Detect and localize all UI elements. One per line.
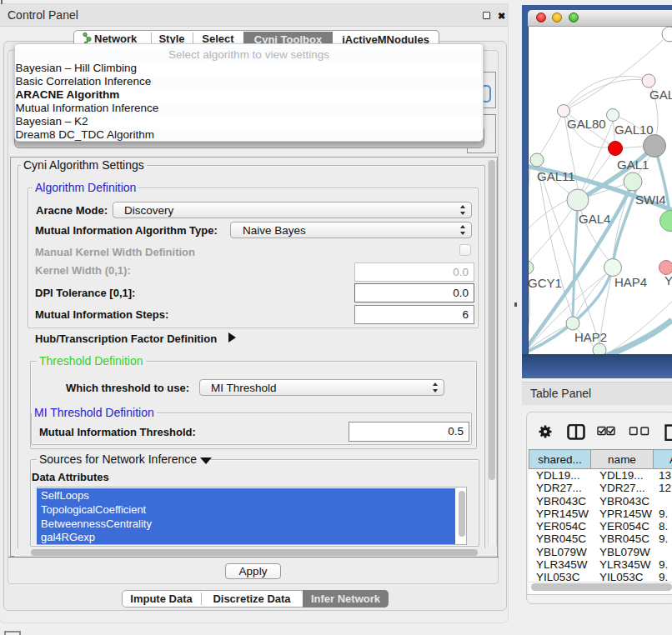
svg-text:HAP2: HAP2 [574, 330, 607, 344]
svg-text:SWI4: SWI4 [635, 192, 666, 207]
svg-text:GAL11: GAL11 [537, 169, 575, 183]
svg-text:GAL10: GAL10 [614, 122, 654, 137]
svg-text:GAL80: GAL80 [567, 117, 606, 131]
svg-text:GCY1: GCY1 [529, 276, 562, 290]
svg-text:GAL1: GAL1 [617, 158, 649, 172]
svg-text:Y: Y [664, 273, 672, 288]
svg-text:GAL: GAL [649, 88, 672, 102]
svg-text:HAP4: HAP4 [614, 275, 647, 289]
svg-text:GAL4: GAL4 [579, 212, 610, 226]
